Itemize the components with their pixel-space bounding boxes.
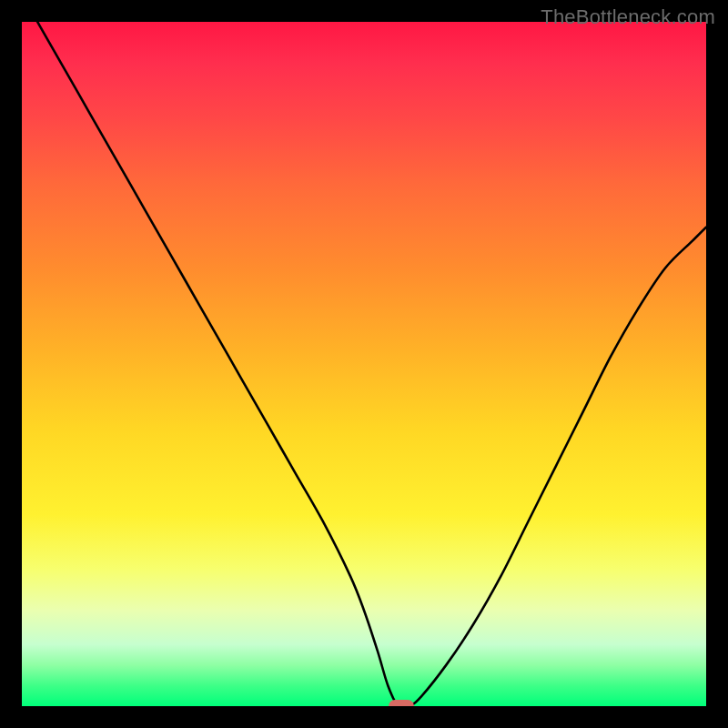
bottleneck-curve — [22, 22, 706, 706]
optimal-marker — [389, 700, 414, 706]
watermark-text: TheBottleneck.com — [541, 5, 715, 29]
plot-area — [22, 22, 706, 706]
chart-frame: TheBottleneck.com — [0, 0, 728, 728]
